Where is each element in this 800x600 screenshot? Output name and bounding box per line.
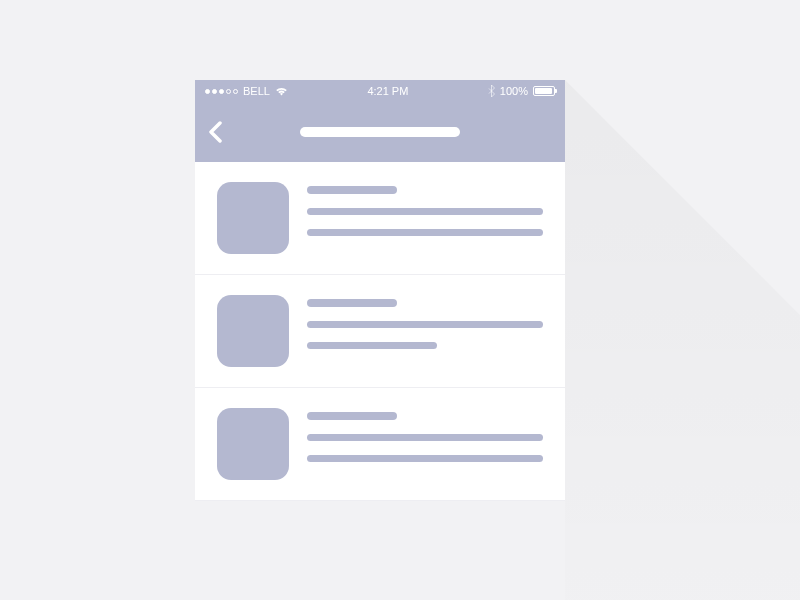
title-placeholder — [307, 412, 397, 420]
bluetooth-icon — [488, 85, 495, 97]
list-item[interactable] — [195, 162, 565, 275]
chevron-left-icon — [208, 121, 222, 143]
back-button[interactable]: Back — [195, 102, 235, 162]
nav-title-placeholder — [300, 127, 460, 137]
text-line-placeholder — [307, 229, 543, 236]
phone-drop-shadow — [565, 80, 800, 600]
wifi-icon — [275, 87, 288, 96]
list — [195, 162, 565, 501]
title-placeholder — [307, 186, 397, 194]
list-item[interactable] — [195, 275, 565, 388]
text-line-placeholder — [307, 342, 437, 349]
list-item-text — [307, 182, 543, 254]
text-line-placeholder — [307, 321, 543, 328]
phone-frame: BELL 4:21 PM 100% Back — [195, 80, 565, 501]
signal-dots-icon — [205, 89, 238, 94]
thumbnail-placeholder — [217, 408, 289, 480]
status-right: 100% — [488, 85, 555, 97]
title-placeholder — [307, 299, 397, 307]
nav-bar: Back — [195, 102, 565, 162]
thumbnail-placeholder — [217, 295, 289, 367]
list-item-text — [307, 295, 543, 367]
list-item-text — [307, 408, 543, 480]
carrier-label: BELL — [243, 85, 270, 97]
clock-label: 4:21 PM — [367, 85, 408, 97]
thumbnail-placeholder — [217, 182, 289, 254]
battery-percent-label: 100% — [500, 85, 528, 97]
list-item[interactable] — [195, 388, 565, 501]
battery-icon — [533, 86, 555, 96]
text-line-placeholder — [307, 455, 543, 462]
text-line-placeholder — [307, 208, 543, 215]
text-line-placeholder — [307, 434, 543, 441]
status-bar: BELL 4:21 PM 100% — [195, 80, 565, 102]
status-left: BELL — [205, 85, 288, 97]
